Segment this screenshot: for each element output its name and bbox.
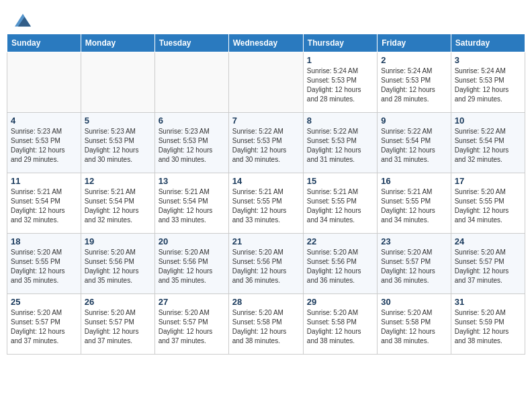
calendar-cell: 5Sunrise: 5:23 AMSunset: 5:53 PMDaylight… xyxy=(81,113,154,173)
calendar-cell: 25Sunrise: 5:20 AMSunset: 5:57 PMDayligh… xyxy=(7,294,81,355)
day-number: 3 xyxy=(455,55,521,65)
day-info: Sunrise: 5:20 AMSunset: 5:56 PMDaylight:… xyxy=(307,248,373,285)
day-number: 30 xyxy=(381,297,447,307)
calendar-cell: 28Sunrise: 5:20 AMSunset: 5:58 PMDayligh… xyxy=(228,294,303,355)
day-info: Sunrise: 5:20 AMSunset: 5:56 PMDaylight:… xyxy=(85,248,151,285)
day-number: 5 xyxy=(85,116,151,126)
day-info: Sunrise: 5:21 AMSunset: 5:55 PMDaylight:… xyxy=(307,187,373,225)
calendar-cell: 18Sunrise: 5:20 AMSunset: 5:55 PMDayligh… xyxy=(7,234,81,294)
calendar-week-4: 18Sunrise: 5:20 AMSunset: 5:55 PMDayligh… xyxy=(7,234,525,294)
calendar-cell: 10Sunrise: 5:22 AMSunset: 5:54 PMDayligh… xyxy=(451,113,525,173)
day-number: 17 xyxy=(455,176,521,186)
calendar-cell: 23Sunrise: 5:20 AMSunset: 5:57 PMDayligh… xyxy=(378,234,451,294)
calendar-cell: 15Sunrise: 5:21 AMSunset: 5:55 PMDayligh… xyxy=(303,173,377,234)
day-number: 23 xyxy=(381,236,447,246)
calendar-cell: 24Sunrise: 5:20 AMSunset: 5:57 PMDayligh… xyxy=(451,234,525,294)
day-info: Sunrise: 5:22 AMSunset: 5:54 PMDaylight:… xyxy=(455,127,521,165)
day-number: 7 xyxy=(232,116,300,126)
calendar-cell: 13Sunrise: 5:21 AMSunset: 5:54 PMDayligh… xyxy=(154,173,228,234)
day-number: 31 xyxy=(455,297,521,307)
day-number: 19 xyxy=(85,236,151,246)
day-info: Sunrise: 5:24 AMSunset: 5:53 PMDaylight:… xyxy=(455,66,521,104)
day-number: 25 xyxy=(11,297,77,307)
day-info: Sunrise: 5:21 AMSunset: 5:55 PMDaylight:… xyxy=(381,187,447,225)
calendar-cell: 30Sunrise: 5:20 AMSunset: 5:58 PMDayligh… xyxy=(378,294,451,355)
calendar-cell: 14Sunrise: 5:21 AMSunset: 5:55 PMDayligh… xyxy=(228,173,303,234)
day-info: Sunrise: 5:20 AMSunset: 5:58 PMDaylight:… xyxy=(232,308,300,346)
calendar-cell: 6Sunrise: 5:23 AMSunset: 5:53 PMDaylight… xyxy=(154,113,228,173)
calendar-cell: 29Sunrise: 5:20 AMSunset: 5:58 PMDayligh… xyxy=(303,294,377,355)
day-number: 26 xyxy=(85,297,151,307)
day-number: 18 xyxy=(11,236,77,246)
day-number: 12 xyxy=(85,176,151,186)
day-number: 4 xyxy=(11,116,77,126)
calendar-cell: 11Sunrise: 5:21 AMSunset: 5:54 PMDayligh… xyxy=(7,173,81,234)
calendar-cell: 7Sunrise: 5:22 AMSunset: 5:53 PMDaylight… xyxy=(228,113,303,173)
day-number: 2 xyxy=(381,55,447,65)
day-info: Sunrise: 5:20 AMSunset: 5:57 PMDaylight:… xyxy=(159,308,225,346)
weekday-header-sunday: Sunday xyxy=(7,34,81,52)
calendar-week-2: 4Sunrise: 5:23 AMSunset: 5:53 PMDaylight… xyxy=(7,113,525,173)
calendar-cell xyxy=(154,52,228,113)
day-number: 8 xyxy=(307,116,373,126)
calendar-cell: 12Sunrise: 5:21 AMSunset: 5:54 PMDayligh… xyxy=(81,173,154,234)
calendar-cell: 27Sunrise: 5:20 AMSunset: 5:57 PMDayligh… xyxy=(154,294,228,355)
day-info: Sunrise: 5:20 AMSunset: 5:56 PMDaylight:… xyxy=(232,248,300,285)
calendar-table: SundayMondayTuesdayWednesdayThursdayFrid… xyxy=(7,34,525,355)
calendar-cell xyxy=(7,52,81,113)
day-number: 28 xyxy=(232,297,300,307)
calendar-cell xyxy=(81,52,154,113)
calendar-cell: 31Sunrise: 5:20 AMSunset: 5:59 PMDayligh… xyxy=(451,294,525,355)
day-info: Sunrise: 5:23 AMSunset: 5:53 PMDaylight:… xyxy=(85,127,151,165)
day-number: 11 xyxy=(11,176,77,186)
day-info: Sunrise: 5:20 AMSunset: 5:57 PMDaylight:… xyxy=(85,308,151,346)
day-info: Sunrise: 5:21 AMSunset: 5:55 PMDaylight:… xyxy=(232,187,300,225)
day-info: Sunrise: 5:20 AMSunset: 5:58 PMDaylight:… xyxy=(381,308,447,346)
day-number: 13 xyxy=(159,176,225,186)
weekday-header-tuesday: Tuesday xyxy=(154,34,228,52)
calendar-cell: 26Sunrise: 5:20 AMSunset: 5:57 PMDayligh… xyxy=(81,294,154,355)
day-info: Sunrise: 5:24 AMSunset: 5:53 PMDaylight:… xyxy=(307,66,373,104)
day-info: Sunrise: 5:24 AMSunset: 5:53 PMDaylight:… xyxy=(381,66,447,104)
day-number: 21 xyxy=(232,236,300,246)
day-number: 20 xyxy=(159,236,225,246)
calendar-cell: 20Sunrise: 5:20 AMSunset: 5:56 PMDayligh… xyxy=(154,234,228,294)
day-info: Sunrise: 5:20 AMSunset: 5:55 PMDaylight:… xyxy=(455,187,521,225)
day-number: 29 xyxy=(307,297,373,307)
calendar-cell: 17Sunrise: 5:20 AMSunset: 5:55 PMDayligh… xyxy=(451,173,525,234)
calendar-cell: 4Sunrise: 5:23 AMSunset: 5:53 PMDaylight… xyxy=(7,113,81,173)
day-info: Sunrise: 5:22 AMSunset: 5:53 PMDaylight:… xyxy=(232,127,300,165)
logo-icon xyxy=(15,13,31,27)
day-info: Sunrise: 5:20 AMSunset: 5:56 PMDaylight:… xyxy=(159,248,225,285)
day-info: Sunrise: 5:20 AMSunset: 5:58 PMDaylight:… xyxy=(307,308,373,346)
calendar-cell: 9Sunrise: 5:22 AMSunset: 5:54 PMDaylight… xyxy=(378,113,451,173)
calendar-week-3: 11Sunrise: 5:21 AMSunset: 5:54 PMDayligh… xyxy=(7,173,525,234)
day-info: Sunrise: 5:23 AMSunset: 5:53 PMDaylight:… xyxy=(159,127,225,165)
day-number: 24 xyxy=(455,236,521,246)
weekday-header-wednesday: Wednesday xyxy=(228,34,303,52)
calendar-cell: 8Sunrise: 5:22 AMSunset: 5:53 PMDaylight… xyxy=(303,113,377,173)
calendar-cell: 2Sunrise: 5:24 AMSunset: 5:53 PMDaylight… xyxy=(378,52,451,113)
day-info: Sunrise: 5:21 AMSunset: 5:54 PMDaylight:… xyxy=(85,187,151,225)
page-header xyxy=(7,7,525,30)
weekday-header-thursday: Thursday xyxy=(303,34,377,52)
day-number: 14 xyxy=(232,176,300,186)
day-number: 27 xyxy=(159,297,225,307)
day-info: Sunrise: 5:20 AMSunset: 5:59 PMDaylight:… xyxy=(455,308,521,346)
day-info: Sunrise: 5:22 AMSunset: 5:53 PMDaylight:… xyxy=(307,127,373,165)
day-number: 15 xyxy=(307,176,373,186)
day-info: Sunrise: 5:20 AMSunset: 5:57 PMDaylight:… xyxy=(381,248,447,285)
day-number: 9 xyxy=(381,116,447,126)
day-info: Sunrise: 5:22 AMSunset: 5:54 PMDaylight:… xyxy=(381,127,447,165)
logo xyxy=(13,12,31,27)
calendar-cell: 3Sunrise: 5:24 AMSunset: 5:53 PMDaylight… xyxy=(451,52,525,113)
day-number: 1 xyxy=(307,55,373,65)
day-number: 6 xyxy=(159,116,225,126)
day-number: 16 xyxy=(381,176,447,186)
calendar-week-5: 25Sunrise: 5:20 AMSunset: 5:57 PMDayligh… xyxy=(7,294,525,355)
weekday-header-monday: Monday xyxy=(81,34,154,52)
day-info: Sunrise: 5:21 AMSunset: 5:54 PMDaylight:… xyxy=(159,187,225,225)
day-info: Sunrise: 5:23 AMSunset: 5:53 PMDaylight:… xyxy=(11,127,77,165)
calendar-week-1: 1Sunrise: 5:24 AMSunset: 5:53 PMDaylight… xyxy=(7,52,525,113)
day-info: Sunrise: 5:20 AMSunset: 5:57 PMDaylight:… xyxy=(11,308,77,346)
